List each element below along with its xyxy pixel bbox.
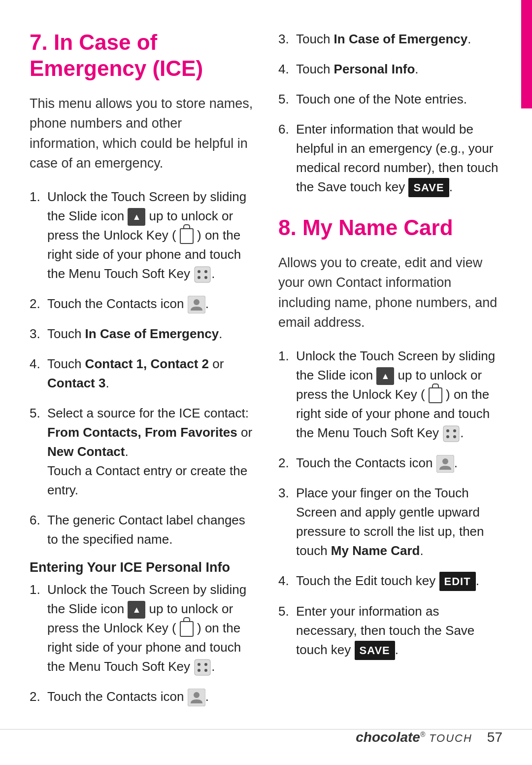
- svg-point-4: [204, 276, 207, 279]
- section7-intro: This menu allows you to store names, pho…: [30, 94, 254, 174]
- page-container: 7. In Case of Emergency (ICE) This menu …: [0, 0, 532, 765]
- slide-icon: [128, 208, 145, 226]
- step-content: Touch the Contacts icon .: [296, 453, 502, 473]
- step-content: Touch In Case of Emergency.: [47, 324, 254, 344]
- section7-substeps-list: 1. Unlock the Touch Screen by sliding th…: [30, 580, 254, 706]
- step-content: Unlock the Touch Screen by sliding the S…: [47, 187, 254, 283]
- list-item: 2. Touch the Contacts icon .: [30, 687, 254, 706]
- list-item: 3. Touch In Case of Emergency.: [30, 324, 254, 344]
- step-content: Enter your information as necessary, the…: [296, 602, 502, 660]
- page-footer: chocolate® TOUCH 57: [0, 729, 532, 745]
- step-number: 2.: [278, 453, 296, 473]
- step-number: 2.: [30, 294, 47, 313]
- svg-point-6: [194, 299, 200, 305]
- step-number: 3.: [278, 484, 296, 503]
- menu-soft-key-icon: [442, 425, 460, 443]
- subheading-ice-personal-info: Entering Your ICE Personal Info: [30, 560, 254, 575]
- list-item: 3. Place your finger on the Touch Screen…: [278, 484, 502, 560]
- step-number: 6.: [30, 511, 47, 530]
- section7-extra-steps: 3. Touch In Case of Emergency. 4. Touch …: [278, 30, 502, 197]
- bold-term: In Case of Emergency: [85, 326, 219, 341]
- list-item: 6. The generic Contact label changes to …: [30, 511, 254, 549]
- svg-point-16: [453, 429, 456, 432]
- two-column-layout: 7. In Case of Emergency (ICE) This menu …: [30, 30, 502, 717]
- step-number: 4.: [278, 571, 296, 591]
- svg-point-11: [204, 669, 207, 672]
- step-number: 4.: [278, 60, 296, 79]
- bold-term: Contact 3: [47, 376, 105, 390]
- step-number: 4.: [30, 354, 47, 374]
- contacts-icon: [188, 296, 205, 313]
- list-item: 5. Select a source for the ICE contact: …: [30, 404, 254, 500]
- svg-point-17: [446, 435, 449, 438]
- slide-icon: [128, 601, 145, 619]
- svg-point-15: [446, 429, 449, 432]
- list-item: 2. Touch the Contacts icon .: [278, 453, 502, 473]
- list-item: 1. Unlock the Touch Screen by sliding th…: [278, 347, 502, 443]
- svg-rect-7: [195, 660, 210, 675]
- step-number: 3.: [278, 30, 296, 49]
- list-item: 4. Touch Personal Info.: [278, 60, 502, 79]
- brand-chocolate: chocolate: [356, 730, 420, 745]
- step-content: Select a source for the ICE contact: Fro…: [47, 404, 254, 500]
- step-number: 3.: [30, 324, 47, 344]
- bold-term: In Case of Emergency: [334, 32, 468, 46]
- svg-rect-0: [195, 267, 210, 282]
- bold-term: Contact 1, Contact 2: [85, 356, 209, 371]
- svg-point-1: [198, 270, 200, 273]
- list-item: 5. Touch one of the Note entries.: [278, 90, 502, 109]
- step-number: 5.: [278, 602, 296, 621]
- step-number: 6.: [278, 120, 296, 139]
- list-item: 3. Touch In Case of Emergency.: [278, 30, 502, 49]
- right-column: 3. Touch In Case of Emergency. 4. Touch …: [278, 30, 502, 717]
- step-content: The generic Contact label changes to the…: [47, 511, 254, 549]
- svg-point-2: [204, 270, 207, 273]
- list-item: 5. Enter your information as necessary, …: [278, 602, 502, 660]
- list-item: 4. Touch Contact 1, Contact 2 or Contact…: [30, 354, 254, 393]
- left-column: 7. In Case of Emergency (ICE) This menu …: [30, 30, 254, 717]
- step-number: 1.: [30, 580, 47, 599]
- page-number: 57: [487, 730, 502, 745]
- svg-point-10: [198, 669, 200, 672]
- list-item: 6. Enter information that would be helpf…: [278, 120, 502, 197]
- step-content: Unlock the Touch Screen by sliding the S…: [296, 347, 502, 443]
- list-item: 1. Unlock the Touch Screen by sliding th…: [30, 580, 254, 676]
- step-content: Touch Personal Info.: [296, 60, 502, 79]
- bold-term: Personal Info: [334, 62, 415, 76]
- list-item: 2. Touch the Contacts icon .: [30, 294, 254, 313]
- step-content: Touch the Edit touch key EDIT.: [296, 571, 502, 591]
- unlock-key-icon: [180, 228, 194, 244]
- step-content: Unlock the Touch Screen by sliding the S…: [47, 580, 254, 676]
- svg-point-9: [204, 663, 207, 666]
- step-number: 1.: [278, 347, 296, 366]
- step-content: Enter information that would be helpful …: [296, 120, 502, 197]
- brand-name: chocolate® TOUCH: [356, 730, 472, 745]
- svg-point-18: [453, 435, 456, 438]
- step-content: Touch the Contacts icon .: [47, 294, 254, 313]
- save-badge: SAVE: [355, 641, 395, 660]
- step-number: 5.: [30, 404, 47, 423]
- svg-point-3: [198, 276, 200, 279]
- contacts-icon: [436, 455, 454, 473]
- section7-title: 7. In Case of Emergency (ICE): [30, 30, 254, 82]
- svg-point-13: [194, 692, 200, 698]
- step-number: 1.: [30, 187, 47, 207]
- section8-title: 8. My Name Card: [278, 215, 502, 241]
- bold-term: My Name Card: [331, 543, 420, 558]
- list-item: 1. Unlock the Touch Screen by sliding th…: [30, 187, 254, 283]
- step-content: Touch the Contacts icon .: [47, 687, 254, 706]
- pink-accent-bar: [521, 0, 532, 108]
- list-item: 4. Touch the Edit touch key EDIT.: [278, 571, 502, 591]
- unlock-key-icon: [180, 621, 194, 637]
- bold-term: New Contact: [47, 444, 125, 459]
- step-content: Touch one of the Note entries.: [296, 90, 502, 109]
- save-badge: SAVE: [408, 178, 449, 197]
- step-content: Touch In Case of Emergency.: [296, 30, 502, 49]
- section8-steps-list: 1. Unlock the Touch Screen by sliding th…: [278, 347, 502, 660]
- step-content: Touch Contact 1, Contact 2 or Contact 3.: [47, 354, 254, 393]
- step-number: 5.: [278, 90, 296, 109]
- contacts-icon: [188, 689, 205, 706]
- section7-steps-list: 1. Unlock the Touch Screen by sliding th…: [30, 187, 254, 549]
- brand-touch: TOUCH: [429, 732, 472, 744]
- slide-icon: [376, 367, 394, 385]
